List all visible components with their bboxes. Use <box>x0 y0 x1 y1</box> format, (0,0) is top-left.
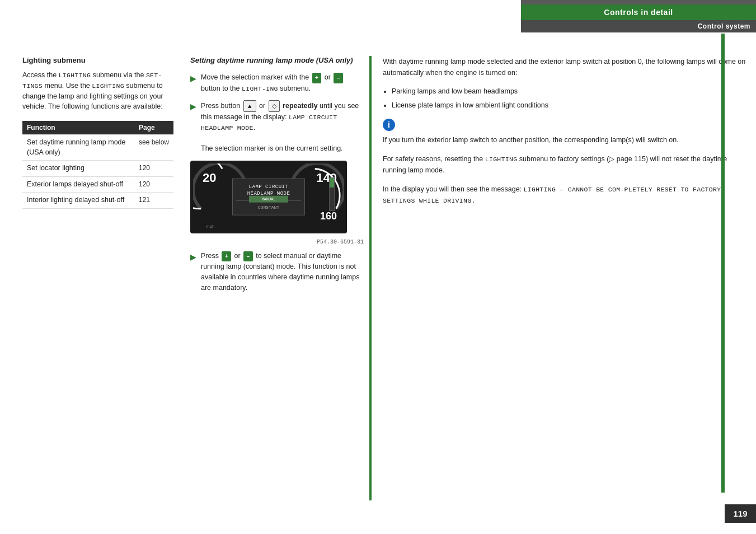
info-box: i If you turn the exterior lamp switch t… <box>383 119 750 146</box>
table-row: Set locator lighting120 <box>22 161 173 177</box>
daytime-running-lamp-heading: Setting daytime running lamp mode (USA o… <box>190 56 364 64</box>
bullet-item-3: ▶ Press + or – to select manual or dayti… <box>190 251 364 293</box>
right-intro-text: With daytime running lamp mode selected … <box>383 56 750 78</box>
bullet-arrow-2: ▶ <box>190 101 196 113</box>
table-cell-page: 120 <box>134 176 173 193</box>
highlight-bar: MANUAL <box>249 196 288 203</box>
minus-button-icon: – <box>334 73 343 83</box>
info-text-2: For safety reasons, resetting the LIGHTI… <box>383 153 750 176</box>
bullet-text-1: Move the selection marker with the + or … <box>201 72 364 93</box>
bullet-arrow-1: ▶ <box>190 73 196 85</box>
section-title: Controls in detail <box>521 4 756 20</box>
code-cannot-reset: LIGHTING – CANNOT BE COM-PLETELY RESET T… <box>383 186 721 204</box>
diamond-button-icon: ◇ <box>269 100 280 112</box>
display-sub2: CONSTANT <box>236 205 301 210</box>
right-indicator-bar <box>329 177 335 211</box>
table-cell-function: Set locator lighting <box>22 161 134 177</box>
table-col-function: Function <box>22 121 134 135</box>
section-subtitle: Control system <box>521 20 756 32</box>
bullet-arrow-3: ▶ <box>190 251 196 263</box>
table-cell-function: Exterior lamps delayed shut-off <box>22 176 134 193</box>
info-text-1: If you turn the exterior lamp switch to … <box>383 134 750 146</box>
function-table: Function Page Set daytime running lamp m… <box>22 121 173 209</box>
right-green-bar <box>721 34 725 493</box>
instrument-cluster-image: 20 140 160 mph LAMP CIRCUIT HEADLAMP MOD… <box>190 161 347 233</box>
plus-button-2-icon: + <box>222 251 231 262</box>
plus-button-icon: + <box>312 73 322 83</box>
code-lighting2: LIGHTING <box>92 82 124 90</box>
intro-text: Access the LIGHTING submenu via the SET-… <box>22 70 173 112</box>
bullet-text-3: Press + or – to select manual or daytime… <box>201 251 364 293</box>
right-bullet-list: Parking lamps and low beam headlampsLice… <box>392 86 750 111</box>
right-bullet-item: Parking lamps and low beam headlamps <box>392 86 750 97</box>
table-row: Set daytime running lamp mode (USA only)… <box>22 135 173 161</box>
middle-column: Setting daytime running lamp mode (USA o… <box>185 56 369 500</box>
bullet-text-2: Press button ▲ or ◇ repeatedly until you… <box>201 100 364 154</box>
speed-left: 20 <box>203 171 216 185</box>
page-number: 119 <box>725 504 756 523</box>
code-lighting1: LIGHTING <box>59 72 91 79</box>
left-column: Lighting submenu Access the LIGHTING sub… <box>22 56 185 500</box>
table-col-page: Page <box>134 121 173 135</box>
minus-button-2-icon: – <box>243 251 253 262</box>
code-lamp-circuit: LAMP CIRCUIT HEADLAMP MODE <box>201 114 337 132</box>
table-row: Exterior lamps delayed shut-off120 <box>22 176 173 193</box>
info-text-3: In the display you will then see the mes… <box>383 184 750 207</box>
image-caption: P54.30-6591-31 <box>190 239 364 245</box>
header-section: Controls in detail Control system <box>521 4 756 32</box>
speed-right2: 160 <box>320 210 337 222</box>
display-line1: LAMP CIRCUIT <box>236 183 301 190</box>
main-content: Lighting submenu Access the LIGHTING sub… <box>22 56 756 500</box>
code-lighting4: LIGHTING <box>485 156 518 163</box>
center-display: LAMP CIRCUIT HEADLAMP MODE MANUAL CONSTA… <box>232 178 305 216</box>
table-cell-function: Set daytime running lamp mode (USA only) <box>22 135 134 161</box>
lighting-submenu-heading: Lighting submenu <box>22 56 173 64</box>
right-column: With daytime running lamp mode selected … <box>369 56 756 500</box>
table-cell-function: Interior lighting delayed shut-off <box>22 193 134 209</box>
info-icon: i <box>383 119 395 131</box>
up-button-icon: ▲ <box>243 100 256 112</box>
table-cell-page: see below <box>134 135 173 161</box>
mph-label: mph <box>206 224 215 229</box>
right-bullet-item: License plate lamps in low ambient light… <box>392 100 750 111</box>
code-lighting3: LIGHT-ING <box>242 85 278 92</box>
bullet-item-2: ▶ Press button ▲ or ◇ repeatedly until y… <box>190 100 364 154</box>
top-bar <box>521 0 756 4</box>
table-row: Interior lighting delayed shut-off121 <box>22 193 173 209</box>
bullet-item-1: ▶ Move the selection marker with the + o… <box>190 72 364 93</box>
table-cell-page: 121 <box>134 193 173 209</box>
cluster-inner: 20 140 160 mph LAMP CIRCUIT HEADLAMP MOD… <box>190 161 347 233</box>
indicator-fill <box>330 178 334 188</box>
table-cell-page: 120 <box>134 161 173 177</box>
